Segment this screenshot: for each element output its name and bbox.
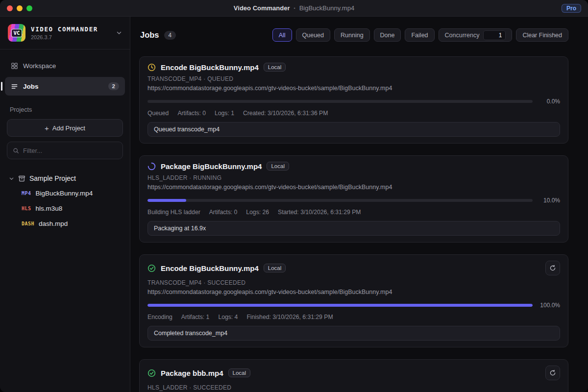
brand-selector[interactable]: VC VIDEO COMMANDER 2026.3.7 xyxy=(0,17,130,49)
job-subtitle: TRANSCODE_MP4 · QUEUED xyxy=(147,75,560,82)
job-progress-fill xyxy=(147,304,533,307)
jobs-total-badge: 4 xyxy=(164,31,176,40)
format-badge: MP4 xyxy=(22,191,31,196)
jobs-header: Jobs 4 AllQueuedRunningDoneFailed Concur… xyxy=(139,28,568,42)
job-source: https://commondatastorage.googleapis.com… xyxy=(147,184,560,191)
app-title: Video Commander xyxy=(234,4,290,12)
job-meta-item: Logs: 4 xyxy=(218,314,238,320)
sidebar-item-workspace[interactable]: Workspace xyxy=(5,56,125,75)
clock-icon xyxy=(147,63,156,72)
job-meta-item: Artifacts: 0 xyxy=(177,110,206,117)
add-project-label: Add Project xyxy=(52,124,85,132)
app-logo: VC xyxy=(8,24,25,42)
page-title: Jobs xyxy=(140,30,159,40)
chevron-down-icon xyxy=(9,176,14,181)
minimize-window-button[interactable] xyxy=(17,5,23,11)
job-progress-fill xyxy=(147,199,186,202)
job-local-badge: Local xyxy=(264,63,286,72)
job-progress-track xyxy=(147,100,533,103)
job-card-header: Package BigBuckBunny.mp4 Local xyxy=(147,162,560,171)
filter-chips: AllQueuedRunningDoneFailed xyxy=(272,28,435,42)
job-meta: EncodingArtifacts: 1Logs: 4Finished: 3/1… xyxy=(147,314,560,320)
app-window: Video Commander • BigBuckBunny.mp4 Pro V… xyxy=(0,0,588,392)
concurrency-control: Concurrency xyxy=(439,28,513,42)
tree-item-label: hls.m3u8 xyxy=(36,205,63,212)
tree-item-dash.mpd[interactable]: DASHdash.mpd xyxy=(7,216,123,231)
zoom-window-button[interactable] xyxy=(26,5,32,11)
tree-root-label: Sample Project xyxy=(29,174,76,182)
job-title: Encode BigBuckBunny.mp4 xyxy=(161,63,259,72)
job-meta-item: Created: 3/10/2026, 6:31:36 PM xyxy=(243,110,328,117)
job-title: Package BigBuckBunny.mp4 xyxy=(161,162,262,171)
project-tree-items: MP4BigBuckBunny.mp4HLShls.m3u8DASHdash.m… xyxy=(7,186,123,231)
titlebar: Video Commander • BigBuckBunny.mp4 Pro xyxy=(0,0,588,17)
jobs-list: Encode BigBuckBunny.mp4 Local TRANSCODE_… xyxy=(139,56,568,392)
job-progress-row: 100.0% xyxy=(147,302,560,309)
job-meta-item: Artifacts: 0 xyxy=(209,209,238,216)
job-card-header: Package bbb.mp4 Local xyxy=(147,366,560,380)
job-log: Packaging at 16.9x xyxy=(147,221,560,236)
filter-chip-failed[interactable]: Failed xyxy=(405,28,434,42)
job-meta-item: Queued xyxy=(147,110,169,117)
brand-version: 2026.3.7 xyxy=(31,34,98,40)
jobs-count-badge: 2 xyxy=(108,82,119,90)
filter-chip-done[interactable]: Done xyxy=(374,28,401,42)
retry-button[interactable] xyxy=(545,261,560,275)
project-tree: Sample Project MP4BigBuckBunny.mp4HLShls… xyxy=(0,171,130,231)
check-circle-icon xyxy=(147,369,156,377)
spinner-icon xyxy=(147,162,156,171)
retry-button[interactable] xyxy=(545,366,560,380)
sidebar-item-jobs[interactable]: Jobs 2 xyxy=(5,77,125,96)
tree-item-label: BigBuckBunny.mp4 xyxy=(36,190,93,197)
workspace-grid-icon xyxy=(11,62,18,70)
sidebar: VC VIDEO COMMANDER 2026.3.7 Workspace xyxy=(0,17,130,392)
job-source: https://commondatastorage.googleapis.com… xyxy=(147,85,560,92)
main-content: Jobs 4 AllQueuedRunningDoneFailed Concur… xyxy=(130,17,588,392)
title-separator-dot: • xyxy=(294,6,295,11)
brand-text: VIDEO COMMANDER 2026.3.7 xyxy=(31,25,98,40)
format-badge: DASH xyxy=(22,221,34,226)
job-local-badge: Local xyxy=(228,368,251,377)
window-controls xyxy=(7,5,32,11)
job-progress-track xyxy=(147,304,533,307)
job-card-header: Encode BigBuckBunny.mp4 Local xyxy=(147,261,560,275)
plus-icon: + xyxy=(45,124,49,132)
job-progress-label: 0.0% xyxy=(539,98,560,105)
job-meta-item: Logs: 1 xyxy=(215,110,234,117)
pro-badge: Pro xyxy=(562,4,581,13)
sidebar-nav: Workspace Jobs 2 xyxy=(0,49,130,96)
job-subtitle: TRANSCODE_MP4 · SUCCEEDED xyxy=(147,279,560,286)
jobs-list-icon xyxy=(11,83,18,90)
filter-input[interactable] xyxy=(23,147,117,154)
tree-item-bigbuckbunny.mp4[interactable]: MP4BigBuckBunny.mp4 xyxy=(7,186,123,201)
tree-item-hls.m3u8[interactable]: HLShls.m3u8 xyxy=(7,201,123,216)
document-title: BigBuckBunny.mp4 xyxy=(299,4,355,12)
filter-chip-running[interactable]: Running xyxy=(334,28,370,42)
filter-chip-queued[interactable]: Queued xyxy=(296,28,330,42)
job-meta-item: Building HLS ladder xyxy=(147,209,200,216)
job-card: Package BigBuckBunny.mp4 Local HLS_LADDE… xyxy=(139,155,568,243)
titlebar-title: Video Commander • BigBuckBunny.mp4 xyxy=(234,0,354,16)
close-window-button[interactable] xyxy=(7,5,13,11)
chevron-down-icon xyxy=(116,30,122,36)
job-meta: QueuedArtifacts: 0Logs: 1Created: 3/10/2… xyxy=(147,110,560,117)
job-local-badge: Local xyxy=(267,162,289,171)
jobs-toolbar: AllQueuedRunningDoneFailed Concurrency C… xyxy=(272,28,568,42)
job-log: Queued transcode_mp4 xyxy=(147,122,560,137)
tree-item-label: dash.mpd xyxy=(39,220,68,227)
job-progress-label: 100.0% xyxy=(539,302,560,309)
job-card: Package bbb.mp4 Local HLS_LADDER · SUCCE… xyxy=(139,359,568,392)
projects-section-label: Projects xyxy=(10,106,120,113)
job-card: Encode BigBuckBunny.mp4 Local TRANSCODE_… xyxy=(139,56,568,144)
filter-chip-all[interactable]: All xyxy=(272,28,292,42)
clear-finished-button[interactable]: Clear Finished xyxy=(516,28,568,42)
check-circle-icon xyxy=(147,264,156,272)
add-project-button[interactable]: + Add Project xyxy=(7,119,123,137)
job-meta-item: Started: 3/10/2026, 6:31:29 PM xyxy=(278,209,361,216)
concurrency-input[interactable] xyxy=(483,30,506,40)
tree-root-sample-project[interactable]: Sample Project xyxy=(7,171,123,186)
app-logo-text: VC xyxy=(11,29,22,37)
job-meta: Building HLS ladderArtifacts: 0Logs: 26S… xyxy=(147,209,560,216)
job-source: https://commondatastorage.googleapis.com… xyxy=(147,289,560,295)
job-card: Encode BigBuckBunny.mp4 Local TRANSCODE_… xyxy=(139,254,568,347)
